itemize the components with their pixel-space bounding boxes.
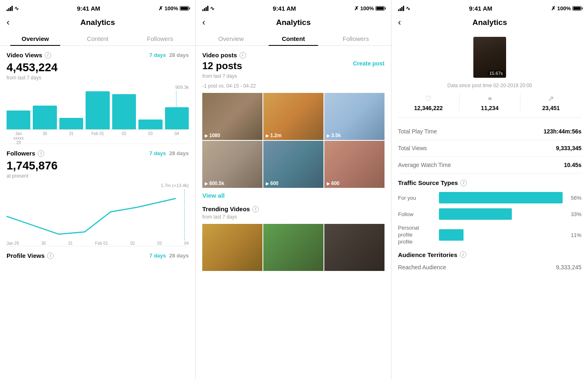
pv-28days[interactable]: 28 days (169, 253, 189, 259)
trending-item-1[interactable] (263, 224, 323, 271)
view-all-button[interactable]: View all (202, 192, 384, 199)
traffic-pct-1: 33% (567, 211, 581, 217)
status-left-1: ∿ (7, 5, 19, 11)
tab-followers-1[interactable]: Followers (129, 31, 191, 45)
video-views-info-icon[interactable]: i (45, 52, 51, 59)
back-button-1[interactable]: ‹ (7, 17, 9, 28)
total-views-row: Total Views 9,333,345 (398, 140, 581, 157)
trending-item-2[interactable] (324, 224, 384, 271)
video-thumbnail[interactable]: 15.67s (473, 37, 506, 78)
play-icon-1: ▶ (266, 133, 269, 138)
grid-overlay-0: ▶ 1080 (205, 133, 220, 138)
tab-content-1[interactable]: Content (66, 31, 129, 45)
battery-pct-3: 100% (557, 5, 571, 11)
traffic-pct-0: 56% (567, 195, 581, 201)
data-since: Data since post time 02-20-2019 20:00 (398, 83, 581, 88)
battery-icon-3 (572, 6, 581, 11)
grid-overlay-3: ▶ 800.5k (205, 180, 224, 186)
video-views-time-pills: 7 days 28 days (149, 52, 189, 58)
traffic-label-0: For you (398, 195, 435, 201)
create-post-button[interactable]: Create post (353, 60, 384, 67)
grid-item-3[interactable]: ▶ 800.5k (202, 141, 262, 188)
traffic-info-icon[interactable]: i (460, 180, 467, 186)
play-icon-2: ▶ (327, 133, 330, 138)
traffic-row-1: Follow 33% (398, 208, 581, 220)
post-compare: -1 post vs. 04-15 - 04-22 (202, 83, 384, 89)
page-title-3: Analytics (473, 18, 507, 27)
video-views-28days[interactable]: 28 days (169, 52, 189, 58)
fl-x-1: 30 (41, 241, 46, 246)
traffic-bar-1 (439, 208, 512, 220)
back-button-3[interactable]: ‹ (398, 17, 401, 28)
traffic-bar-container-1 (439, 208, 563, 220)
followers-subtext: at present (7, 173, 189, 179)
avg-watch-time-value: 10.45s (564, 162, 581, 168)
tab-content-2[interactable]: Content (262, 31, 324, 45)
back-button-2[interactable]: ‹ (202, 17, 205, 28)
grid-item-2[interactable]: ▶ 3.5k (324, 93, 384, 140)
followers-7days[interactable]: 7 days (149, 150, 166, 156)
likes-count: 12,346,222 (398, 105, 459, 111)
grid-item-0[interactable]: ▶ 1080 (202, 93, 262, 140)
x-label-2: 31 (59, 131, 83, 145)
signal-icon-3 (398, 6, 404, 11)
signal-icon (7, 6, 13, 11)
traffic-bar-0 (439, 192, 563, 203)
traffic-pct-2: 11% (567, 232, 581, 238)
followers-info-icon[interactable]: i (38, 150, 44, 157)
profile-views-title: Profile Views i (7, 252, 54, 259)
status-time-1: 9:41 AM (77, 5, 100, 12)
share-icon: ⇗ (520, 94, 581, 103)
profile-views-info-icon[interactable]: i (47, 253, 54, 259)
grid-views-5: 600 (331, 180, 339, 186)
pv-7days[interactable]: 7 days (149, 253, 166, 259)
panel-overview: ∿ 9:41 AM ✗ 100% ‹ Analytics Overview Co… (0, 0, 196, 379)
avg-watch-time-row: Average Watch Time 10.45s (398, 157, 581, 174)
page-title-2: Analytics (276, 18, 310, 27)
tab-overview-2[interactable]: Overview (200, 31, 262, 45)
grid-item-5[interactable]: ▶ 600 (324, 141, 384, 188)
panel-content: ∿ 9:41 AM ✗ 100% ‹ Analytics Overview Co… (196, 0, 391, 379)
video-posts-info-icon[interactable]: i (240, 52, 246, 59)
status-time-3: 9:41 AM (469, 5, 492, 12)
shares-count: 23,451 (520, 105, 581, 111)
bar-chart (7, 85, 189, 130)
grid-overlay-1: ▶ 1.2m (266, 133, 281, 138)
total-play-time-row: Total Play Time 123h:44m:56s (398, 123, 581, 140)
bluetooth-icon-3: ✗ (551, 5, 556, 11)
x-label-1: 30 (33, 131, 57, 145)
header-1: ‹ Analytics (0, 15, 195, 31)
grid-item-4[interactable]: ▶ 600 (263, 141, 323, 188)
followers-28days[interactable]: 28 days (169, 150, 189, 156)
status-bar-1: ∿ 9:41 AM ✗ 100% (0, 0, 195, 15)
bar-3 (59, 118, 83, 129)
trending-item-0[interactable] (202, 224, 262, 271)
bar-4 (86, 91, 109, 129)
audience-info-icon[interactable]: i (460, 251, 466, 258)
status-left-3: ∿ (398, 5, 410, 11)
bar-2 (33, 106, 57, 129)
avg-watch-time-label: Average Watch Time (398, 162, 451, 168)
audience-title: Audience Territories i (398, 251, 581, 258)
video-views-7days[interactable]: 7 days (149, 52, 166, 58)
grid-overlay-4: ▶ 600 (266, 180, 278, 186)
traffic-row-2: Personal profileprofile 11% (398, 225, 581, 246)
grid-views-4: 600 (270, 180, 278, 186)
tab-overview-1[interactable]: Overview (4, 31, 66, 45)
bar-6 (138, 120, 162, 129)
heart-icon: ♡ (398, 94, 459, 103)
overview-content: Video Views i 7 days 28 days 4,453,224 f… (0, 46, 195, 379)
status-bar-2: ∿ 9:41 AM ✗ 100% (196, 0, 391, 15)
play-icon-0: ▶ (205, 133, 208, 138)
traffic-row-0: For you 56% (398, 192, 581, 203)
traffic-label-1: Follow (398, 211, 435, 217)
battery-icon-2 (375, 6, 384, 11)
tab-followers-2[interactable]: Followers (325, 31, 387, 45)
reached-audience-label: Reached Audience (398, 264, 446, 271)
grid-overlay-2: ▶ 3.5k (327, 133, 341, 138)
grid-item-1[interactable]: ▶ 1.2m (263, 93, 323, 140)
dashed-line-followers (184, 190, 185, 240)
audience-value-row: Reached Audience 9,333,245 (398, 260, 581, 275)
trending-info-icon[interactable]: i (252, 206, 259, 212)
traffic-bar-container-2 (439, 229, 563, 241)
